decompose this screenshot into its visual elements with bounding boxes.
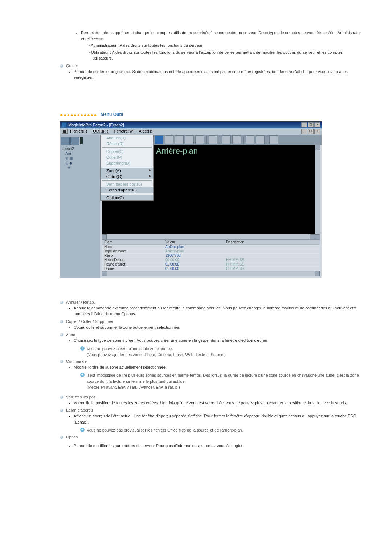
table-row[interactable]: Heure d'arrêt01:00:00HH:MM:SS xyxy=(102,262,320,266)
commande-title: Commande xyxy=(66,359,87,364)
mi-delete[interactable]: Supprimer(D) xyxy=(101,160,153,166)
maximize-button[interactable]: □ xyxy=(308,122,314,127)
commande-tip-text: Il est impossible de lire plusieurs zone… xyxy=(87,373,359,384)
menu-window[interactable]: Fenêtre(W) xyxy=(114,129,134,133)
table-row[interactable]: Résol.1366*768 xyxy=(102,253,320,258)
mi-preview[interactable]: Ecran d'aperçu(I) xyxy=(101,187,153,193)
cell-value[interactable]: 00:00:00 xyxy=(163,258,224,262)
quitter-block: Quitter Permet de quitter le programme. … xyxy=(60,64,363,81)
tools-dropdown[interactable]: Annuler(U) Rétab.(R) Copier(C) Coller(P)… xyxy=(100,135,154,201)
cell-desc xyxy=(224,244,320,249)
tb-btn-4[interactable] xyxy=(185,135,194,144)
tb-btn-10[interactable] xyxy=(256,135,265,144)
scroll-left-button[interactable] xyxy=(102,271,107,276)
menubar: ▦ Fichier(F) Outils(T) Fenêtre(W) Aide(H… xyxy=(60,128,322,135)
mdi-close-button[interactable]: × xyxy=(314,129,320,134)
cell-value[interactable]: 1366*768 xyxy=(163,253,224,258)
mi-paste[interactable]: Coller(P) xyxy=(101,154,153,160)
section-title: Menu Outil xyxy=(101,112,123,117)
disc-icon xyxy=(60,320,63,323)
menu-file[interactable]: Fichier(F) xyxy=(70,129,87,133)
tree-node-x3[interactable]: ✳ xyxy=(60,165,100,170)
tb-btn-9[interactable] xyxy=(246,135,254,144)
dropdown-separator xyxy=(102,194,152,194)
scroll-right-button[interactable] xyxy=(310,234,315,239)
scroll-right-button[interactable] xyxy=(315,271,320,276)
commande-tip: Il est impossible de lire plusieurs zone… xyxy=(80,372,363,390)
mi-zone[interactable]: Zone(A) xyxy=(101,168,153,174)
zone-title: Zone xyxy=(66,332,75,337)
table-row[interactable]: Type de zoneArrière-plan xyxy=(102,249,320,253)
disc-icon xyxy=(60,396,63,399)
toolbar-divider xyxy=(206,136,207,144)
tree-node-x2[interactable]: ⊞ ◆ xyxy=(60,161,100,165)
cell-elem: Nom xyxy=(102,244,163,249)
tree-tool-b-icon[interactable] xyxy=(70,137,79,145)
tb-btn-1[interactable] xyxy=(155,135,163,144)
mdi-minimize-button[interactable]: _ xyxy=(301,129,307,134)
sub-user: Utilisateur : A des droits sur toutes le… xyxy=(87,49,363,61)
canvas-label: Arrière-plan xyxy=(156,146,198,155)
scroll-down-button[interactable] xyxy=(315,234,320,239)
tree-node-ecran2[interactable]: Ecran2 xyxy=(60,146,100,151)
cell-desc: HH:MM:SS xyxy=(224,266,320,271)
cell-value[interactable]: 01:00:00 xyxy=(163,266,224,271)
menu-tools[interactable]: Outils(T) xyxy=(92,129,109,134)
cell-value[interactable]: Arrière-plan xyxy=(163,244,224,249)
vertical-scrollbar[interactable] xyxy=(315,145,320,239)
commande-text: Modifie l'ordre de la zone actuellement … xyxy=(74,364,363,370)
table-row[interactable]: HeureDebut00:00:00HH:MM:SS xyxy=(102,258,320,262)
tb-btn-11[interactable] xyxy=(269,135,278,144)
table-row[interactable]: Durée01:00:00HH:MM:SS xyxy=(102,266,320,271)
quitter-text: Permet de quitter le programme. Si des m… xyxy=(74,69,363,81)
properties-table: Elem. Valeur Description NomArrière-plan… xyxy=(102,239,320,276)
tb-btn-5[interactable] xyxy=(195,135,204,144)
tb-btn-8[interactable] xyxy=(232,135,241,144)
mi-lock[interactable]: Verr. ttes les pos.(L) xyxy=(101,181,153,187)
top-sublist: Administrateur : A des droits sur toutes… xyxy=(81,42,363,61)
tree-tool-a-icon[interactable] xyxy=(61,137,70,145)
mi-option[interactable]: Option(O) xyxy=(101,195,153,200)
table-scrollbar[interactable] xyxy=(102,271,320,276)
menu-help[interactable]: Aide(H) xyxy=(139,129,152,133)
scroll-left-button[interactable] xyxy=(102,234,107,239)
window-title: MagicInfoPro Ecran2 - [Ecran2] xyxy=(68,123,124,127)
disc-icon xyxy=(60,436,63,439)
tb-btn-2[interactable] xyxy=(165,135,173,144)
zone-tip-text: Vous ne pouvez créer qu'une seule zone s… xyxy=(87,347,173,351)
title-bar[interactable]: MagicInfoPro Ecran2 - [Ecran2] _ □ × xyxy=(60,122,322,128)
mi-redo[interactable]: Rétab.(R) xyxy=(101,141,153,147)
mi-copy[interactable]: Copier(C) xyxy=(101,149,153,154)
tb-btn-3[interactable] xyxy=(175,135,184,144)
toolbar-divider xyxy=(243,136,244,144)
plus-icon xyxy=(80,373,85,377)
horizontal-scrollbar[interactable] xyxy=(102,234,315,239)
tree-node-x1[interactable]: ⊞ ▦ xyxy=(60,156,100,161)
scroll-up-button[interactable] xyxy=(315,145,320,150)
cell-value[interactable]: 01:00:00 xyxy=(163,262,224,266)
mi-order[interactable]: Ordre(O) xyxy=(101,174,153,179)
top-list: Permet de créer, supprimer et changer le… xyxy=(67,30,363,61)
mi-undo[interactable]: Annuler(U) xyxy=(101,135,153,141)
tb-btn-6[interactable] xyxy=(209,135,217,144)
quitter-title: Quitter xyxy=(66,64,78,68)
cell-value[interactable]: Arrière-plan xyxy=(163,249,224,253)
zone-tip: Vous ne pouvez créer qu'une seule zone s… xyxy=(80,346,363,358)
side-tree[interactable]: Ecran2 Arri ⊞ ▦ ⊞ ◆ ✳ xyxy=(60,135,100,278)
quitter-title-row: Quitter xyxy=(60,64,363,68)
tb-btn-7[interactable] xyxy=(222,135,231,144)
toolbar-divider xyxy=(267,136,267,144)
table-row[interactable]: NomArrière-plan xyxy=(102,244,320,249)
close-button[interactable]: × xyxy=(314,122,320,127)
table-header-row: Elem. Valeur Description xyxy=(102,240,320,245)
cell-desc: HH:MM:SS xyxy=(224,262,320,266)
copier-text: Copie, colle et supprimer la zone actuel… xyxy=(74,324,363,331)
apercu-title: Ecran d'aperçu xyxy=(66,408,93,412)
tree-node-arri[interactable]: Arri xyxy=(60,151,100,156)
cell-elem: Résol. xyxy=(102,253,163,258)
plus-icon xyxy=(80,346,85,351)
mdi-restore-button[interactable]: ❐ xyxy=(308,129,314,134)
option-title: Option xyxy=(66,435,78,439)
minimize-button[interactable]: _ xyxy=(301,122,307,127)
cell-elem: Type de zone xyxy=(102,249,163,253)
